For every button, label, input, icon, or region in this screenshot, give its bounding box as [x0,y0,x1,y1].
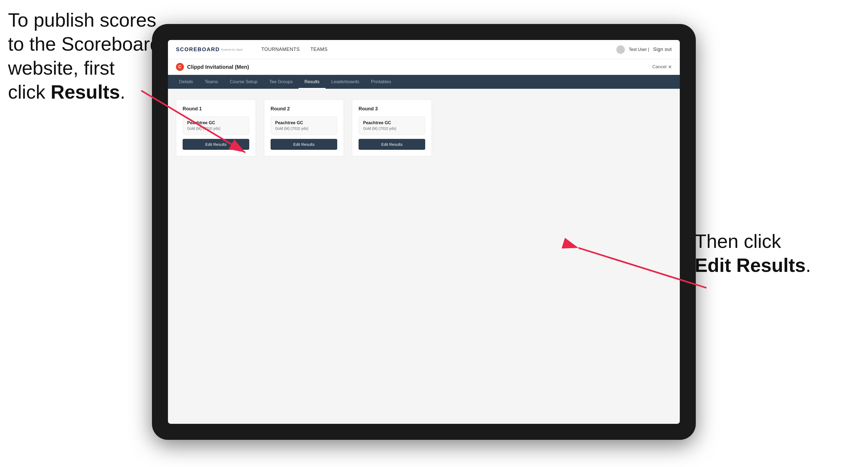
avatar [616,45,625,54]
close-icon: ✕ [668,64,672,70]
round-2-card: Round 2 Peachtree GC Gold (M) (7010 yds)… [264,99,344,156]
round-1-course-info: Gold (M) (7010 yds) [187,126,245,131]
tab-leaderboards[interactable]: Leaderboards [326,75,365,89]
app-header: SCOREBOARD Powered by clippd TOURNAMENTS… [168,40,680,59]
tab-results[interactable]: Results [299,75,326,89]
instruction-line4: click Results. [8,81,125,103]
instruction-left: To publish scores to the Scoreboard webs… [8,8,163,104]
tab-details[interactable]: Details [173,75,199,89]
instruction-line2: to the Scoreboard [8,33,160,55]
tournaments-nav-link[interactable]: TOURNAMENTS [261,46,300,52]
header-right: Test User | Sign out [616,45,672,54]
tablet-screen: SCOREBOARD Powered by clippd TOURNAMENTS… [168,40,680,424]
scoreboard-logo: SCOREBOARD [176,46,220,53]
round-2-edit-results-button[interactable]: Edit Results [271,139,337,150]
logo-text: SCOREBOARD [176,46,220,53]
rounds-grid: Round 1 Peachtree GC Gold (M) (7010 yds)… [176,99,672,156]
round-2-course-info: Gold (M) (7010 yds) [275,126,333,131]
round-3-course-card: Peachtree GC Gold (M) (7010 yds) [359,117,425,135]
round-3-title: Round 3 [359,106,425,112]
round-2-course-name: Peachtree GC [275,121,333,125]
tournament-icon: C [176,63,184,71]
tournament-header: C Clippd Invitational (Men) Cancel ✕ [168,59,680,75]
sign-out-link[interactable]: Sign out [653,46,672,52]
round-3-card: Round 3 Peachtree GC Gold (M) (7010 yds)… [352,99,432,156]
tab-course-setup[interactable]: Course Setup [224,75,264,89]
round-3-course-info: Gold (M) (7010 yds) [363,126,421,131]
round-1-card: Round 1 Peachtree GC Gold (M) (7010 yds)… [176,99,256,156]
instruction-right-line2: Edit Results [695,254,806,276]
instruction-line1: To publish scores [8,9,156,31]
teams-nav-link[interactable]: TEAMS [310,46,328,52]
tablet-device: SCOREBOARD Powered by clippd TOURNAMENTS… [152,24,696,440]
tab-printables[interactable]: Printables [365,75,397,89]
round-1-edit-results-button[interactable]: Edit Results [183,139,249,150]
user-name: Test User | [629,47,649,52]
results-content: Round 1 Peachtree GC Gold (M) (7010 yds)… [168,89,680,249]
round-3-course-name: Peachtree GC [363,121,421,125]
cancel-button[interactable]: Cancel ✕ [652,64,672,70]
tab-teams[interactable]: Teams [199,75,224,89]
round-2-title: Round 2 [271,106,337,112]
tournament-title: Clippd Invitational (Men) [187,64,249,70]
round-1-title: Round 1 [183,106,249,112]
round-3-edit-results-button[interactable]: Edit Results [359,139,425,150]
tournament-title-row: C Clippd Invitational (Men) [176,63,249,71]
round-2-course-card: Peachtree GC Gold (M) (7010 yds) [271,117,337,135]
instruction-right: Then click Edit Results. [695,229,844,277]
instruction-right-line1: Then click [695,230,781,252]
round-1-course-card: Peachtree GC Gold (M) (7010 yds) [183,117,249,135]
instruction-line3: website, first [8,57,115,79]
tab-tee-groups[interactable]: Tee Groups [264,75,299,89]
main-nav: TOURNAMENTS TEAMS [261,46,328,52]
logo-subtext: Powered by clippd [221,48,243,51]
tab-navigation: Details Teams Course Setup Tee Groups Re… [168,75,680,89]
round-1-course-name: Peachtree GC [187,121,245,125]
